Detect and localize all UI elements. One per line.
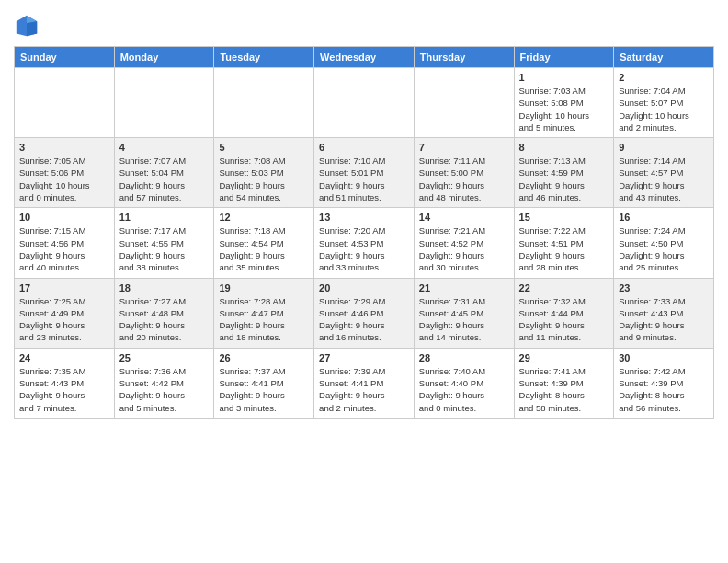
day-info: Sunrise: 7:36 AM Sunset: 4:42 PM Dayligh… [119,365,210,414]
day-cell [414,68,514,138]
day-number: 23 [619,282,709,293]
day-info: Sunrise: 7:08 AM Sunset: 5:03 PM Dayligh… [219,155,309,203]
day-info: Sunrise: 7:14 AM Sunset: 4:57 PM Dayligh… [619,155,709,203]
day-cell: 30Sunrise: 7:42 AM Sunset: 4:39 PM Dayli… [614,348,714,418]
day-info: Sunrise: 7:40 AM Sunset: 4:40 PM Dayligh… [419,365,509,414]
day-info: Sunrise: 7:24 AM Sunset: 4:50 PM Dayligh… [619,224,709,273]
day-cell: 8Sunrise: 7:13 AM Sunset: 4:59 PM Daylig… [514,138,614,208]
day-cell: 27Sunrise: 7:39 AM Sunset: 4:41 PM Dayli… [314,348,415,418]
calendar-body: 1Sunrise: 7:03 AM Sunset: 5:08 PM Daylig… [15,68,714,419]
day-number: 19 [219,282,309,293]
day-cell: 12Sunrise: 7:18 AM Sunset: 4:54 PM Dayli… [214,208,314,278]
day-cell: 9Sunrise: 7:14 AM Sunset: 4:57 PM Daylig… [614,138,714,208]
day-info: Sunrise: 7:13 AM Sunset: 4:59 PM Dayligh… [519,155,609,203]
day-number: 9 [619,142,709,153]
day-number: 26 [219,352,309,363]
day-number: 10 [19,212,109,223]
day-number: 20 [319,282,409,293]
day-number: 3 [19,142,109,153]
day-info: Sunrise: 7:10 AM Sunset: 5:01 PM Dayligh… [319,155,409,203]
day-number: 25 [119,352,210,363]
day-number: 7 [419,142,509,153]
day-cell: 10Sunrise: 7:15 AM Sunset: 4:56 PM Dayli… [15,208,115,278]
day-info: Sunrise: 7:32 AM Sunset: 4:44 PM Dayligh… [519,295,609,344]
day-cell [15,68,115,138]
day-cell [214,68,314,138]
week-row-3: 10Sunrise: 7:15 AM Sunset: 4:56 PM Dayli… [15,208,714,278]
day-cell: 17Sunrise: 7:25 AM Sunset: 4:49 PM Dayli… [15,278,115,348]
day-info: Sunrise: 7:35 AM Sunset: 4:43 PM Dayligh… [19,365,109,414]
day-info: Sunrise: 7:21 AM Sunset: 4:52 PM Dayligh… [419,224,509,273]
day-cell: 25Sunrise: 7:36 AM Sunset: 4:42 PM Dayli… [114,348,214,418]
day-number: 8 [519,142,609,153]
day-info: Sunrise: 7:04 AM Sunset: 5:07 PM Dayligh… [619,85,709,133]
day-info: Sunrise: 7:05 AM Sunset: 5:06 PM Dayligh… [19,155,109,203]
svg-marker-2 [27,21,37,36]
day-info: Sunrise: 7:20 AM Sunset: 4:53 PM Dayligh… [319,224,409,273]
day-cell [114,68,214,138]
day-info: Sunrise: 7:15 AM Sunset: 4:56 PM Dayligh… [19,224,109,273]
day-number: 17 [19,282,109,293]
day-info: Sunrise: 7:29 AM Sunset: 4:46 PM Dayligh… [319,295,409,344]
day-cell: 28Sunrise: 7:40 AM Sunset: 4:40 PM Dayli… [414,348,514,418]
day-cell: 13Sunrise: 7:20 AM Sunset: 4:53 PM Dayli… [314,208,415,278]
day-info: Sunrise: 7:31 AM Sunset: 4:45 PM Dayligh… [419,295,509,344]
day-number: 12 [219,212,309,223]
day-number: 22 [519,282,609,293]
header-tuesday: Tuesday [214,47,314,68]
day-number: 2 [619,72,709,83]
day-cell: 21Sunrise: 7:31 AM Sunset: 4:45 PM Dayli… [414,278,514,348]
day-info: Sunrise: 7:39 AM Sunset: 4:41 PM Dayligh… [319,365,409,414]
day-cell: 3Sunrise: 7:05 AM Sunset: 5:06 PM Daylig… [15,138,115,208]
day-number: 6 [319,142,409,153]
week-row-4: 17Sunrise: 7:25 AM Sunset: 4:49 PM Dayli… [15,278,714,348]
day-cell: 29Sunrise: 7:41 AM Sunset: 4:39 PM Dayli… [514,348,614,418]
logo-icon [14,13,40,39]
day-cell: 11Sunrise: 7:17 AM Sunset: 4:55 PM Dayli… [114,208,214,278]
day-cell: 14Sunrise: 7:21 AM Sunset: 4:52 PM Dayli… [414,208,514,278]
day-cell: 18Sunrise: 7:27 AM Sunset: 4:48 PM Dayli… [114,278,214,348]
day-number: 14 [419,212,509,223]
day-info: Sunrise: 7:03 AM Sunset: 5:08 PM Dayligh… [519,85,609,133]
day-cell [314,68,415,138]
day-number: 18 [119,282,210,293]
day-number: 24 [19,352,109,363]
logo [14,13,43,39]
day-number: 13 [319,212,409,223]
header-row: SundayMondayTuesdayWednesdayThursdayFrid… [15,47,714,68]
calendar-header: SundayMondayTuesdayWednesdayThursdayFrid… [15,47,714,68]
week-row-1: 1Sunrise: 7:03 AM Sunset: 5:08 PM Daylig… [15,68,714,138]
day-cell: 19Sunrise: 7:28 AM Sunset: 4:47 PM Dayli… [214,278,314,348]
day-cell: 7Sunrise: 7:11 AM Sunset: 5:00 PM Daylig… [414,138,514,208]
header-sunday: Sunday [15,47,115,68]
header-monday: Monday [114,47,214,68]
day-info: Sunrise: 7:27 AM Sunset: 4:48 PM Dayligh… [119,295,210,344]
day-number: 1 [519,72,609,83]
day-number: 5 [219,142,309,153]
day-number: 21 [419,282,509,293]
day-info: Sunrise: 7:28 AM Sunset: 4:47 PM Dayligh… [219,295,309,344]
day-info: Sunrise: 7:42 AM Sunset: 4:39 PM Dayligh… [619,365,709,414]
day-cell: 6Sunrise: 7:10 AM Sunset: 5:01 PM Daylig… [314,138,415,208]
day-cell: 22Sunrise: 7:32 AM Sunset: 4:44 PM Dayli… [514,278,614,348]
week-row-2: 3Sunrise: 7:05 AM Sunset: 5:06 PM Daylig… [15,138,714,208]
day-info: Sunrise: 7:33 AM Sunset: 4:43 PM Dayligh… [619,295,709,344]
day-info: Sunrise: 7:17 AM Sunset: 4:55 PM Dayligh… [119,224,210,273]
header-wednesday: Wednesday [314,47,415,68]
day-number: 4 [119,142,210,153]
header-friday: Friday [514,47,614,68]
day-cell: 16Sunrise: 7:24 AM Sunset: 4:50 PM Dayli… [614,208,714,278]
day-number: 28 [419,352,509,363]
day-number: 15 [519,212,609,223]
day-cell: 20Sunrise: 7:29 AM Sunset: 4:46 PM Dayli… [314,278,415,348]
header-saturday: Saturday [614,47,714,68]
day-info: Sunrise: 7:18 AM Sunset: 4:54 PM Dayligh… [219,224,309,273]
calendar-table: SundayMondayTuesdayWednesdayThursdayFrid… [14,46,714,419]
day-info: Sunrise: 7:37 AM Sunset: 4:41 PM Dayligh… [219,365,309,414]
day-cell: 23Sunrise: 7:33 AM Sunset: 4:43 PM Dayli… [614,278,714,348]
day-info: Sunrise: 7:07 AM Sunset: 5:04 PM Dayligh… [119,155,210,203]
day-cell: 1Sunrise: 7:03 AM Sunset: 5:08 PM Daylig… [514,68,614,138]
day-info: Sunrise: 7:41 AM Sunset: 4:39 PM Dayligh… [519,365,609,414]
day-info: Sunrise: 7:25 AM Sunset: 4:49 PM Dayligh… [19,295,109,344]
day-cell: 4Sunrise: 7:07 AM Sunset: 5:04 PM Daylig… [114,138,214,208]
